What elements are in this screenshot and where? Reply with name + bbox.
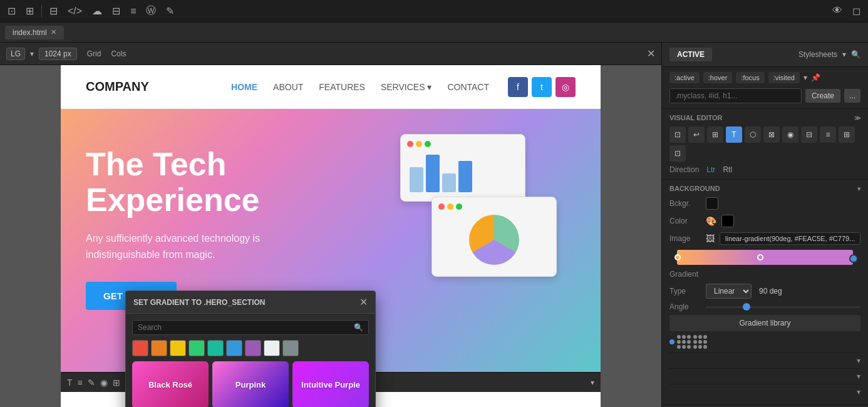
image-row: Image 🖼: [669, 232, 860, 245]
file-tab[interactable]: index.html ✕: [5, 26, 64, 39]
bckgr-swatch[interactable]: [706, 197, 718, 210]
breakpoint-selector[interactable]: LG: [6, 48, 25, 60]
toolbar-icon-5[interactable]: ☁: [90, 3, 105, 19]
color-swatch[interactable]: [721, 215, 734, 227]
ltr-button[interactable]: Ltr: [706, 165, 715, 174]
toolbar-icon-wp[interactable]: Ⓦ: [143, 2, 158, 20]
pseudo-active[interactable]: :active: [669, 72, 700, 83]
pin-icon[interactable]: 📌: [811, 73, 820, 82]
pseudo-more-arrow[interactable]: ▾: [803, 73, 807, 82]
ve-icon-2[interactable]: ↩: [688, 126, 705, 143]
gradient-intuitive[interactable]: Intuitive Purple: [292, 361, 369, 407]
ve-icon-9[interactable]: ≡: [820, 126, 836, 143]
pseudo-visited[interactable]: :visited: [768, 72, 800, 83]
chevron-down-icon[interactable]: ▾: [30, 49, 34, 58]
ve-icon-3[interactable]: ⊞: [707, 126, 723, 143]
gradient-blackrose[interactable]: Black Rosé: [132, 361, 209, 407]
search-input[interactable]: [138, 323, 350, 332]
gradient-stop-left[interactable]: [674, 254, 681, 260]
tab-label: index.html: [13, 28, 47, 37]
accordion-arrow-2[interactable]: ▾: [857, 372, 860, 381]
dot-grid-3x3[interactable]: [677, 335, 691, 349]
swatch-teal[interactable]: [207, 340, 224, 356]
bt-text-icon[interactable]: T: [67, 378, 73, 388]
collapse-arrow-ve[interactable]: ≫: [854, 115, 860, 121]
toolbar-icon-pencil[interactable]: ✎: [163, 3, 177, 19]
ve-icon-6[interactable]: ⊠: [763, 126, 780, 143]
accordion-row-1[interactable]: ▾: [669, 353, 860, 368]
toolbar-icon-eye[interactable]: 👁: [830, 3, 845, 19]
chevron-down-icon[interactable]: ▾: [842, 50, 846, 59]
nav-services[interactable]: SERVICES: [381, 82, 431, 92]
nav-about[interactable]: ABOUT: [273, 82, 303, 92]
swatch-yellow[interactable]: [170, 340, 186, 356]
color-swatches-row: [126, 340, 375, 361]
swatch-purple[interactable]: [245, 340, 261, 356]
pseudo-focus[interactable]: :focus: [736, 72, 764, 83]
ve-icon-1[interactable]: ⊡: [669, 126, 686, 143]
dot-single[interactable]: [669, 339, 674, 344]
gradient-value-input[interactable]: [720, 232, 860, 245]
angle-slider[interactable]: [706, 306, 860, 308]
dialog-close-button[interactable]: ✕: [359, 296, 368, 308]
type-select[interactable]: Linear Radial: [706, 284, 752, 299]
accordion-row-2[interactable]: ▾: [669, 368, 860, 384]
pseudo-hover[interactable]: :hover: [703, 72, 733, 83]
toolbar-icon-1[interactable]: ⊡: [5, 3, 18, 19]
canvas-close-button[interactable]: ✕: [647, 48, 655, 59]
accordion-arrow-1[interactable]: ▾: [857, 356, 860, 365]
search-icon[interactable]: 🔍: [851, 50, 860, 59]
social-instagram-button[interactable]: ◎: [555, 77, 576, 97]
accordion-row-3[interactable]: ▾: [669, 384, 860, 399]
swatch-gray[interactable]: [282, 340, 299, 356]
gradient-library-button[interactable]: Gradient library: [669, 315, 860, 331]
chevron-down-icon[interactable]: ▾: [591, 378, 594, 387]
grid-label[interactable]: Grid: [87, 49, 101, 58]
ve-icon-7[interactable]: ◉: [782, 126, 798, 143]
class-input-row: Create ...: [669, 88, 860, 103]
swatch-blue[interactable]: [226, 340, 242, 356]
bt-list-icon[interactable]: ≡: [78, 378, 83, 388]
tab-close-icon[interactable]: ✕: [51, 28, 56, 36]
rtl-button[interactable]: Rtl: [723, 165, 732, 174]
ve-icon-11[interactable]: ⊡: [669, 145, 686, 162]
stylesheets-label[interactable]: Stylesheets: [798, 50, 837, 59]
toolbar-icon-3[interactable]: ⊟: [47, 3, 60, 19]
social-twitter-button[interactable]: t: [532, 77, 552, 97]
gradient-purpink[interactable]: Purpink: [212, 361, 289, 407]
ve-icon-4-active[interactable]: T: [726, 126, 742, 143]
bt-edit-icon[interactable]: ✎: [88, 378, 95, 388]
cols-label[interactable]: Cols: [111, 49, 126, 58]
more-options-button[interactable]: ...: [844, 89, 860, 103]
toolbar-icon-7[interactable]: ≡: [128, 3, 138, 19]
ve-icon-10[interactable]: ⊞: [839, 126, 855, 143]
toolbar-icon-2[interactable]: ⊞: [23, 3, 36, 19]
ve-icon-8[interactable]: ⊟: [801, 126, 817, 143]
create-class-button[interactable]: Create: [805, 89, 840, 103]
nav-features[interactable]: FEATURES: [319, 82, 365, 92]
gradient-handle-right[interactable]: [849, 254, 858, 263]
toolbar-icon-box[interactable]: ◻: [850, 3, 863, 19]
active-tab-label[interactable]: ACTIVE: [669, 48, 712, 61]
bt-grid-icon[interactable]: ⊞: [113, 378, 120, 388]
accordion-arrow-3[interactable]: ▾: [857, 388, 860, 396]
bar-2: [426, 155, 440, 192]
nav-contact[interactable]: CONTACT: [447, 82, 489, 92]
collapse-arrow-bg[interactable]: ▾: [857, 185, 860, 192]
social-facebook-button[interactable]: f: [508, 77, 528, 97]
class-selector-input[interactable]: [669, 88, 802, 103]
toolbar-icon-4[interactable]: </>: [65, 3, 85, 19]
swatch-orange[interactable]: [151, 340, 167, 356]
dot-grid-3x3-2[interactable]: [693, 335, 707, 349]
toolbar-icon-6[interactable]: ⊟: [110, 3, 123, 19]
swatch-light[interactable]: [264, 340, 280, 356]
gradient-preview-bar[interactable]: [677, 250, 853, 265]
swatch-green[interactable]: [189, 340, 205, 356]
nav-home[interactable]: HOME: [231, 82, 257, 92]
image-icon[interactable]: 🖼: [706, 234, 715, 244]
swatch-red[interactable]: [132, 340, 148, 356]
bt-circle-icon[interactable]: ◉: [100, 378, 108, 388]
color-palette-icon[interactable]: 🎨: [706, 216, 716, 226]
visual-editor-section: VISUAL EDITOR ≫ ⊡ ↩ ⊞ T ⬡ ⊠ ◉ ⊟ ≡ ⊞ ⊡ Di…: [662, 109, 868, 180]
ve-icon-5[interactable]: ⬡: [745, 126, 761, 143]
